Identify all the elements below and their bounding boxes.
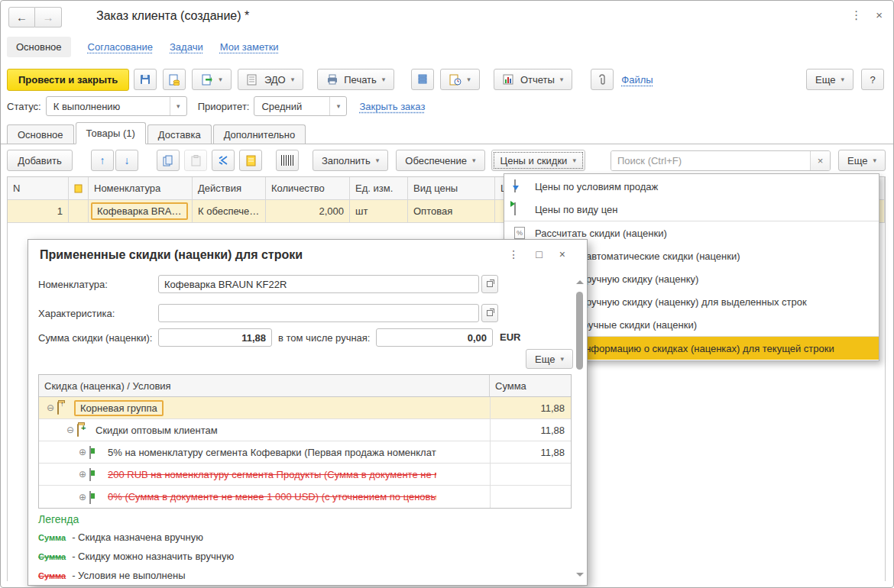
- open-in-window-icon: [487, 281, 493, 287]
- close-order-link[interactable]: Закрыть заказ: [359, 101, 425, 112]
- cell-actions[interactable]: К обеспече…: [193, 200, 266, 223]
- menu-item-prices-by-kind[interactable]: Цены по виду цен: [504, 198, 879, 221]
- chevron-down-icon[interactable]: ▾: [329, 97, 346, 115]
- scroll-up-icon[interactable]: [576, 277, 584, 284]
- dropdown-caret: ▾: [382, 76, 386, 83]
- search-clear-icon[interactable]: ×: [810, 151, 830, 170]
- nomenclature-field[interactable]: [158, 275, 479, 293]
- dialog-close-icon[interactable]: ×: [559, 248, 565, 260]
- col-sum[interactable]: Сумма: [490, 375, 571, 396]
- cell-marker[interactable]: [69, 200, 89, 223]
- discount-sum-label: Сумма скидки (наценки):: [38, 328, 152, 347]
- discount-sum-field[interactable]: [158, 328, 272, 347]
- cell-unit[interactable]: шт: [350, 200, 408, 223]
- dialog-scrollbar[interactable]: [575, 275, 585, 582]
- expand-icon[interactable]: ⊕: [77, 469, 88, 480]
- expand-icon[interactable]: ⊕: [77, 447, 88, 457]
- col-marker[interactable]: [69, 177, 89, 200]
- copy-icon: [162, 154, 174, 166]
- cell-price-type[interactable]: Оптовая: [408, 200, 495, 223]
- row-sum[interactable]: 11,88: [490, 441, 571, 463]
- search-input[interactable]: [611, 151, 810, 170]
- cell-nomenclature[interactable]: Кофеварка BRA…: [89, 200, 193, 223]
- row-sum[interactable]: [490, 486, 571, 508]
- print-button[interactable]: Печать ▾: [317, 69, 394, 90]
- copy-row-button[interactable]: [157, 150, 180, 171]
- nav-item-main[interactable]: Основное: [7, 37, 71, 57]
- fill-button[interactable]: Заполнить ▾: [313, 150, 388, 171]
- row-sum[interactable]: [490, 464, 571, 485]
- forward-button[interactable]: →: [35, 7, 62, 27]
- back-button[interactable]: ←: [8, 7, 35, 27]
- tree-row-discount-5pct[interactable]: ⊕ 5% на номенклатуру сегмента Кофеварки …: [39, 441, 571, 464]
- tree-row-discount-0pct[interactable]: ⊕ 0% (Сумма в документе не менее 1 000 U…: [39, 486, 571, 508]
- expand-icon[interactable]: ⊕: [77, 492, 88, 502]
- status-select[interactable]: К выполнению ▾: [46, 96, 187, 116]
- collapse-icon[interactable]: ⊖: [45, 402, 56, 413]
- tree-row-wholesale-group[interactable]: ⊖ Скидки оптовым клиентам 11,88: [39, 419, 571, 441]
- move-up-button[interactable]: ↑: [91, 150, 114, 171]
- reminder-button[interactable]: ▾: [440, 69, 480, 90]
- collapse-icon[interactable]: ⊖: [65, 425, 76, 435]
- cell-n[interactable]: 1: [8, 200, 69, 223]
- row-sum[interactable]: 11,88: [490, 419, 571, 441]
- nomenclature-open-button[interactable]: [481, 275, 498, 293]
- currency-label: EUR: [500, 331, 520, 343]
- nav-link-tasks[interactable]: Задачи: [170, 41, 203, 53]
- scrollbar-thumb[interactable]: [576, 292, 583, 370]
- prices-discounts-button[interactable]: Цены и скидки ▾: [491, 150, 585, 171]
- characteristic-open-button[interactable]: [481, 304, 498, 322]
- window-close-icon[interactable]: ×: [876, 8, 883, 22]
- menu-item-prices-by-terms[interactable]: Цены по условиям продаж: [504, 175, 879, 198]
- create-based-on-button[interactable]: ▾: [192, 69, 232, 90]
- edo-button[interactable]: ЭДО ▾: [238, 69, 303, 90]
- open-in-window-icon: [487, 310, 493, 316]
- col-n[interactable]: N: [8, 177, 69, 200]
- row-sum[interactable]: 11,88: [490, 397, 571, 418]
- stock-kind-button[interactable]: [239, 150, 262, 171]
- paste-row-button[interactable]: [184, 150, 207, 171]
- priority-select[interactable]: Средний ▾: [254, 96, 347, 116]
- scroll-down-icon[interactable]: [576, 573, 584, 580]
- files-link[interactable]: Файлы: [621, 74, 653, 86]
- post-and-close-button[interactable]: Провести и закрыть: [7, 69, 129, 91]
- col-unit[interactable]: Ед. изм.: [350, 177, 408, 200]
- tab-delivery[interactable]: Доставка: [147, 124, 212, 144]
- col-actions[interactable]: Действия: [193, 177, 266, 200]
- chevron-down-icon[interactable]: ▾: [170, 97, 186, 115]
- col-price-type[interactable]: Вид цены: [408, 177, 495, 200]
- help-button[interactable]: ?: [861, 69, 884, 90]
- split-row-button[interactable]: [212, 150, 235, 171]
- barcode-scan-button[interactable]: [276, 150, 299, 171]
- col-discount-conditions[interactable]: Скидка (наценка) / Условия: [39, 375, 490, 396]
- dialog-maximize-icon[interactable]: □: [536, 248, 542, 260]
- nav-link-approval[interactable]: Согласование: [88, 41, 153, 53]
- nav-link-notes[interactable]: Мои заметки: [220, 41, 279, 53]
- reports-button[interactable]: Отчеты ▾: [494, 69, 572, 90]
- window-menu-icon[interactable]: ⋮: [850, 8, 862, 22]
- items-more-button[interactable]: Еще ▾: [838, 150, 886, 171]
- dialog-more-button[interactable]: Еще ▾: [526, 349, 573, 369]
- move-down-button[interactable]: ↓: [115, 150, 138, 171]
- manual-sum-field[interactable]: [376, 328, 493, 347]
- tree-row-root-group[interactable]: ⊖ Корневая группа 11,88: [39, 397, 571, 419]
- save-button[interactable]: [134, 69, 157, 90]
- col-quantity[interactable]: Количество: [266, 177, 350, 200]
- characteristic-field[interactable]: [158, 304, 479, 322]
- selected-cell[interactable]: Корневая группа: [74, 400, 164, 416]
- post-document-button[interactable]: [163, 69, 186, 90]
- provision-button[interactable]: Обеспечение ▾: [396, 150, 484, 171]
- tab-goods[interactable]: Товары (1): [76, 122, 146, 144]
- tab-additional[interactable]: Дополнительно: [213, 124, 306, 144]
- structure-button[interactable]: [411, 69, 434, 90]
- selected-cell[interactable]: Кофеварка BRA…: [91, 202, 188, 220]
- cell-quantity[interactable]: 2,000: [266, 200, 350, 223]
- col-nomenclature[interactable]: Номенклатура: [89, 177, 193, 200]
- toolbar-more-button[interactable]: Еще ▾: [806, 69, 854, 90]
- attach-button[interactable]: [591, 69, 614, 90]
- status-value: К выполнению: [47, 101, 170, 112]
- tree-row-discount-200rub[interactable]: ⊕ 200 RUB на номенклатуру сегмента Проду…: [39, 464, 571, 486]
- dialog-menu-icon[interactable]: ⋮: [508, 248, 519, 260]
- tab-main[interactable]: Основное: [7, 124, 74, 144]
- add-row-button[interactable]: Добавить: [7, 150, 73, 171]
